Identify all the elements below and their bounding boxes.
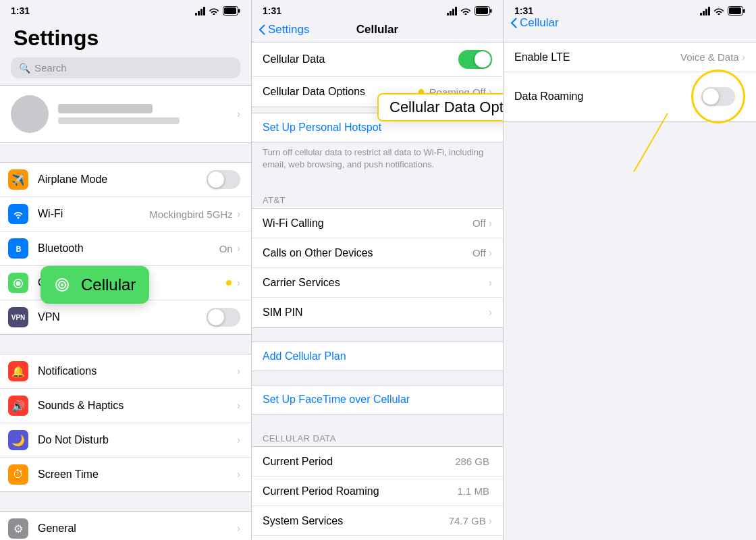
general-icon: ⚙	[8, 518, 28, 539]
settings-row-dnd[interactable]: 🌙 Do Not Disturb ›	[0, 423, 251, 458]
calls-other-devices-chevron: ›	[489, 247, 492, 259]
settings-row-bluetooth[interactable]: ʙ Bluetooth On ›	[0, 232, 251, 266]
wifi-calling-row[interactable]: Wi-Fi Calling Off ›	[252, 209, 503, 238]
general-chevron: ›	[237, 522, 240, 535]
screentime-label: Screen Time	[38, 468, 237, 481]
status-time-p3: 1:31	[514, 5, 533, 16]
wifi-row-icon	[8, 204, 28, 224]
personal-group: 🔔 Notifications › 🔊 Sounds & Haptics › 🌙…	[0, 354, 251, 492]
nav-back-p3[interactable]: Cellular	[510, 16, 559, 30]
profile-sub-blur	[58, 117, 180, 124]
enable-lte-row[interactable]: Enable LTE Voice & Data ›	[504, 43, 756, 72]
cellular-data-header: CELLULAR DATA	[252, 428, 503, 446]
status-bar-p1: 1:31	[0, 0, 251, 20]
wifi-label: Wi-Fi	[38, 208, 149, 220]
data-roaming-toggle[interactable]	[701, 87, 735, 106]
cdo-section: Enable LTE Voice & Data › Data Roaming	[504, 42, 756, 122]
battery-icon-p2	[475, 6, 492, 16]
battery-icon-p1	[223, 6, 240, 16]
sim-pin-label: SIM PIN	[263, 306, 489, 319]
svg-rect-9	[476, 7, 488, 14]
back-chevron-icon	[259, 24, 265, 35]
vpn-toggle[interactable]	[207, 308, 240, 327]
svg-point-6	[61, 284, 63, 286]
sounds-label: Sounds & Haptics	[38, 400, 237, 412]
dnd-icon: 🌙	[8, 430, 28, 450]
wifi-icon-p2	[460, 7, 471, 15]
sim-pin-row[interactable]: SIM PIN ›	[252, 298, 503, 327]
settings-row-general[interactable]: ⚙ General ›	[0, 512, 251, 540]
bluetooth-chevron: ›	[237, 242, 240, 254]
cellular-chevron: ›	[237, 277, 240, 289]
add-cellular-row[interactable]: Add Cellular Plan	[252, 342, 503, 371]
nav-back-label-p3: Cellular	[520, 16, 559, 30]
profile-text	[58, 104, 227, 124]
settings-row-vpn[interactable]: VPN VPN	[0, 300, 251, 334]
settings-title: Settings	[0, 20, 251, 55]
connectivity-group: ✈️ Airplane Mode Wi-Fi Mockingbird 5GHz …	[0, 162, 251, 335]
system-services-row[interactable]: System Services 74.7 GB ›	[252, 506, 503, 536]
airplane-toggle[interactable]	[207, 170, 240, 189]
bluetooth-value: On	[219, 243, 233, 254]
current-period-label: Current Period	[263, 456, 455, 468]
system-services-value: 74.7 GB	[449, 515, 486, 526]
current-period-roaming-row: Current Period Roaming 1.1 MB	[252, 477, 503, 506]
enable-lte-value: Voice & Data	[680, 51, 739, 63]
nav-title-p2: Cellular	[356, 23, 398, 36]
cellular-yellow-dot	[226, 280, 232, 286]
wifi-calling-chevron: ›	[489, 217, 492, 230]
nav-bar-p3: Cellular	[504, 20, 756, 28]
system-group: ⚙ General › ⊞ Control Center ›	[0, 511, 251, 540]
cellular-desc: Turn off cellular data to restrict all d…	[252, 142, 503, 176]
back-chevron-icon-p3	[510, 18, 517, 28]
nav-bar-p2: Settings Cellular	[252, 20, 503, 42]
current-period-value: 286 GB	[455, 456, 489, 467]
att-header: AT&T	[252, 190, 503, 208]
wifi-value: Mockingbird 5GHz	[149, 209, 232, 220]
settings-row-screentime[interactable]: ⏱ Screen Time ›	[0, 458, 251, 491]
battery-icon-p3	[728, 6, 745, 16]
sounds-icon: 🔊	[8, 396, 28, 416]
svg-rect-8	[490, 9, 492, 13]
status-bar-p2: 1:31	[252, 0, 503, 20]
search-placeholder: Search	[34, 62, 67, 74]
signal-bars-p2	[447, 7, 457, 16]
airplane-icon: ✈️	[8, 169, 28, 190]
nav-back-label-p2: Settings	[268, 23, 309, 36]
screentime-icon: ⏱	[8, 464, 28, 485]
profile-name-blur	[58, 104, 153, 113]
setup-facetime-text: Set Up FaceTime over Cellular	[263, 394, 410, 406]
current-period-roaming-value: 1.1 MB	[457, 485, 489, 497]
system-services-chevron: ›	[489, 515, 492, 527]
profile-section[interactable]: ›	[0, 85, 251, 143]
cellular-data-toggle[interactable]	[458, 50, 492, 69]
calls-other-devices-row[interactable]: Calls on Other Devices Off ›	[252, 238, 503, 268]
settings-scroll: ✈️ Airplane Mode Wi-Fi Mockingbird 5GHz …	[0, 148, 251, 540]
airplane-label: Airplane Mode	[38, 173, 207, 186]
status-time-p1: 1:31	[11, 5, 30, 16]
notifications-chevron: ›	[237, 365, 240, 377]
settings-row-airplane[interactable]: ✈️ Airplane Mode	[0, 163, 251, 197]
svg-point-3	[17, 282, 20, 285]
att-section: Wi-Fi Calling Off › Calls on Other Devic…	[252, 208, 503, 328]
nav-back-p2[interactable]: Settings	[259, 23, 309, 36]
dnd-label: Do Not Disturb	[38, 434, 237, 446]
carrier-services-row[interactable]: Carrier Services ›	[252, 268, 503, 298]
connector-line-p3	[633, 113, 668, 173]
status-icons-p1	[195, 6, 240, 16]
cellular-data-row[interactable]: Cellular Data	[252, 43, 503, 77]
calls-other-devices-value: Off	[473, 247, 486, 259]
data-roaming-row[interactable]: Data Roaming	[504, 72, 756, 121]
calls-other-devices-label: Calls on Other Devices	[263, 247, 473, 259]
settings-row-notifications[interactable]: 🔔 Notifications ›	[0, 354, 251, 389]
facebook-row[interactable]: f Facebook	[252, 536, 503, 540]
enable-lte-label: Enable LTE	[514, 51, 680, 63]
status-icons-p3	[700, 6, 745, 16]
cellular-callout: Cellular	[40, 266, 149, 304]
status-icons-p2	[447, 6, 492, 16]
settings-row-wifi[interactable]: Wi-Fi Mockingbird 5GHz ›	[0, 197, 251, 232]
setup-facetime-row[interactable]: Set Up FaceTime over Cellular	[252, 385, 503, 414]
search-icon: 🔍	[19, 63, 30, 74]
settings-row-sounds[interactable]: 🔊 Sounds & Haptics ›	[0, 389, 251, 423]
search-bar[interactable]: 🔍 Search	[11, 57, 240, 78]
